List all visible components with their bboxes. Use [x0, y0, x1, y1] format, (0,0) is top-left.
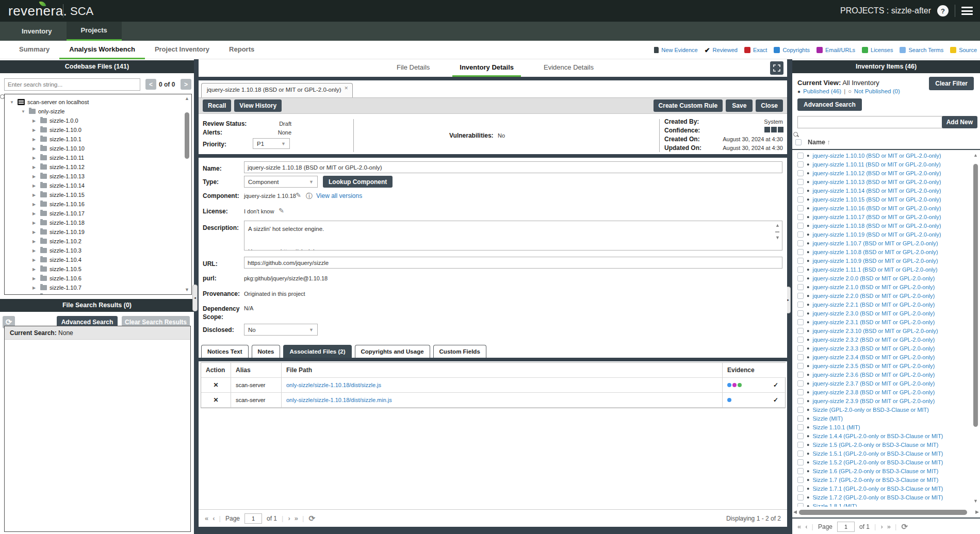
- col-action[interactable]: Action: [201, 363, 231, 378]
- inventory-item[interactable]: ● jquery-sizzle 1.10.12 (BSD or MIT or G…: [792, 169, 972, 177]
- col-evidence[interactable]: Evidence: [723, 363, 786, 378]
- inventory-item[interactable]: ● jquery-sizzle 2.3.2 (BSD or MIT or GPL…: [792, 335, 972, 344]
- item-checkbox[interactable]: [797, 293, 804, 299]
- tree-folder[interactable]: ▶ sizzle-1.10.17: [10, 209, 191, 218]
- hscrollbar-thumb[interactable]: [799, 510, 967, 515]
- tab-inventory-details[interactable]: Inventory Details: [452, 59, 521, 77]
- name-column-header[interactable]: Name ↑: [808, 139, 830, 146]
- item-checkbox[interactable]: [797, 310, 804, 316]
- tree-folder[interactable]: ▶ sizzle-1.10.10: [10, 144, 191, 153]
- item-checkbox[interactable]: [797, 319, 804, 325]
- inventory-item[interactable]: ● jquery-sizzle 2.2.1 (BSD or MIT or GPL…: [792, 300, 972, 309]
- caret-right-icon[interactable]: ▶: [32, 286, 38, 290]
- inventory-item[interactable]: ● Sizzle 1.7 (GPL-2.0-only or BSD-3-Clau…: [792, 475, 972, 484]
- help-button[interactable]: ?: [937, 5, 949, 16]
- remove-file-button[interactable]: ✕: [201, 393, 231, 408]
- inventory-item[interactable]: ● jquery-sizzle 1.10.19 (BSD or MIT or G…: [792, 230, 972, 239]
- not-published-filter-link[interactable]: Not Published (0): [854, 88, 900, 94]
- tree-root[interactable]: ▼ scan-server on localhost: [10, 97, 191, 107]
- tab-analysis-workbench[interactable]: Analysis Workbench: [59, 41, 145, 59]
- prev-page-icon[interactable]: ‹: [805, 523, 807, 530]
- inventory-item[interactable]: ● Sizzle (GPL-2.0-only or BSD-3-Clause o…: [792, 405, 972, 414]
- tree-folder[interactable]: ▶ sizzle-1.10.14: [10, 181, 191, 190]
- lookup-component-button[interactable]: Lookup Component: [323, 176, 393, 188]
- inventory-item-chip[interactable]: jquery-sizzle 1.10.18 (BSD or MIT or GPL…: [201, 83, 353, 97]
- inventory-item[interactable]: ● jquery-sizzle 1.10.9 (BSD or MIT or GP…: [792, 256, 972, 265]
- inventory-item[interactable]: ● jquery-sizzle 2.3.8 (BSD or MIT or GPL…: [792, 388, 972, 396]
- tree-folder[interactable]: ▶ sizzle-1.10.15: [10, 190, 191, 199]
- caret-right-icon[interactable]: ▶: [32, 258, 38, 262]
- scroll-right-icon[interactable]: ▶: [975, 510, 979, 514]
- edit-component-icon[interactable]: ✎: [296, 191, 301, 199]
- tree-folder[interactable]: ▶ sizzle-1.10.6: [10, 274, 191, 283]
- inventory-item[interactable]: ● jquery-sizzle 1.10.14 (BSD or MIT or G…: [792, 186, 972, 195]
- item-checkbox[interactable]: [797, 442, 804, 448]
- item-checkbox[interactable]: [797, 249, 804, 255]
- item-checkbox[interactable]: [797, 302, 804, 308]
- inventory-item[interactable]: ● jquery-sizzle 1.10.13 (BSD or MIT or G…: [792, 177, 972, 186]
- tree-parent-folder[interactable]: ▼ only-sizzle: [10, 107, 191, 116]
- type-select[interactable]: Component▼: [244, 176, 318, 188]
- caret-right-icon[interactable]: ▶: [32, 137, 38, 142]
- tab-projects[interactable]: Projects: [67, 22, 122, 41]
- tree-folder[interactable]: ▶ sizzle-1.10.1: [10, 135, 191, 144]
- caret-right-icon[interactable]: ▶: [32, 183, 38, 188]
- tree-folder[interactable]: ▶ sizzle-1.10.11: [10, 153, 191, 162]
- tree-scrollbar[interactable]: ▲ ▼: [184, 96, 190, 293]
- first-page-icon[interactable]: «: [205, 514, 208, 522]
- item-checkbox[interactable]: [797, 266, 804, 273]
- inventory-item[interactable]: ● Sizzle (MIT): [792, 414, 972, 423]
- inventory-item[interactable]: ● Sizzle 1.7.1 (GPL-2.0-only or BSD-3-Cl…: [792, 484, 972, 493]
- item-checkbox[interactable]: [797, 494, 804, 500]
- inventory-item[interactable]: ● jquery-sizzle 1.10.15 (BSD or MIT or G…: [792, 195, 972, 204]
- scroll-up-icon[interactable]: ▲: [185, 96, 189, 101]
- item-checkbox[interactable]: [797, 258, 804, 264]
- tab-summary[interactable]: Summary: [9, 41, 59, 59]
- recall-button[interactable]: Recall: [203, 99, 231, 112]
- clear-filter-button[interactable]: Clear Filter: [929, 77, 974, 90]
- view-history-button[interactable]: View History: [234, 99, 282, 112]
- inventory-item[interactable]: ● Sizzle 1.5.1 (GPL-2.0-only or BSD-3-Cl…: [792, 449, 972, 458]
- item-checkbox[interactable]: [797, 161, 804, 168]
- item-checkbox[interactable]: [797, 433, 804, 439]
- item-checkbox[interactable]: [797, 354, 804, 360]
- inventory-item[interactable]: ● Sizzle 1.8.1 (MIT): [792, 502, 972, 507]
- item-checkbox[interactable]: [797, 188, 804, 194]
- col-alias[interactable]: Alias: [231, 363, 282, 378]
- inventory-item[interactable]: ● Sizzle 1.6 (GPL-2.0-only or BSD-3-Clau…: [792, 466, 972, 475]
- tab-notices-text[interactable]: Notices Text: [201, 345, 249, 358]
- inventory-item[interactable]: ● jquery-sizzle 2.3.9 (BSD or MIT or GPL…: [792, 396, 972, 405]
- name-input[interactable]: [244, 161, 782, 173]
- next-page-icon[interactable]: ›: [288, 514, 289, 522]
- caret-right-icon[interactable]: ▶: [32, 165, 38, 170]
- caret-down-icon[interactable]: ▼: [10, 100, 15, 105]
- tree-folder[interactable]: ▶ sizzle-1.10.7: [10, 283, 191, 292]
- tab-project-inventory[interactable]: Project Inventory: [145, 41, 219, 59]
- inventory-item[interactable]: ● jquery-sizzle 1.11.1 (BSD or MIT or GP…: [792, 265, 972, 274]
- tab-notes[interactable]: Notes: [252, 345, 281, 358]
- description-textarea[interactable]: A sizzlin' hot selector engine. Homepage…: [244, 221, 782, 251]
- inventory-item[interactable]: ● Sizzle 1.5 (GPL-2.0-only or BSD-3-Clau…: [792, 440, 972, 449]
- inventory-item[interactable]: ● jquery-sizzle 1.10.16 (BSD or MIT or G…: [792, 204, 972, 212]
- tree-folder[interactable]: ▶ sizzle-1.0.0: [10, 116, 191, 125]
- page-input[interactable]: [244, 513, 262, 524]
- item-checkbox[interactable]: [797, 196, 804, 203]
- caret-down-icon[interactable]: ▼: [21, 109, 26, 114]
- item-checkbox[interactable]: [797, 231, 804, 238]
- inventory-item[interactable]: ● jquery-sizzle 2.2.0 (BSD or MIT or GPL…: [792, 291, 972, 300]
- item-checkbox[interactable]: [797, 284, 804, 290]
- item-checkbox[interactable]: [797, 477, 804, 483]
- item-checkbox[interactable]: [797, 407, 804, 413]
- scroll-up-icon[interactable]: ▲: [973, 153, 978, 158]
- scroll-down-icon[interactable]: ▼: [185, 288, 189, 292]
- item-checkbox[interactable]: [797, 468, 804, 474]
- tab-custom-fields[interactable]: Custom Fields: [433, 345, 486, 358]
- inventory-item[interactable]: ● Sizzle 1.7.2 (GPL-2.0-only or BSD-3-Cl…: [792, 493, 972, 502]
- file-path-link[interactable]: only-sizzle/sizzle-1.10.18/dist/sizzle.m…: [282, 393, 723, 408]
- inventory-search-input[interactable]: [797, 116, 943, 128]
- tab-inventory[interactable]: Inventory: [7, 22, 67, 41]
- remove-file-button[interactable]: ✕: [201, 378, 231, 393]
- inventory-item[interactable]: ● jquery-sizzle 2.3.3 (BSD or MIT or GPL…: [792, 344, 972, 353]
- refresh-icon[interactable]: ⟳: [308, 514, 315, 523]
- inventory-item[interactable]: ● jquery-sizzle 2.3.6 (BSD or MIT or GPL…: [792, 370, 972, 379]
